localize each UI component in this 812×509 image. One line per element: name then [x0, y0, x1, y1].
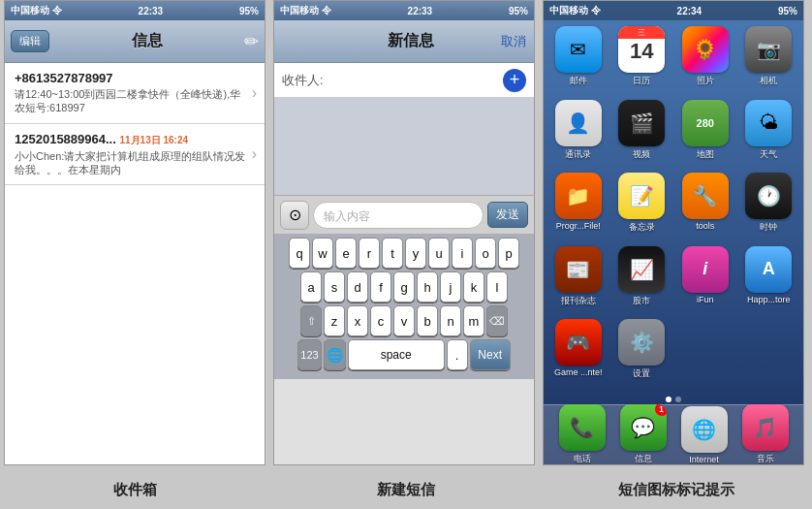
dot-1 [666, 397, 671, 402]
time-2: 22:33 [408, 6, 433, 16]
app-magazines-label: 报刊杂志 [561, 295, 596, 307]
keyboard-row-3: ⇧ z x c v b n m ⌫ [276, 305, 532, 336]
key-numbers[interactable]: 123 [297, 339, 321, 370]
key-y[interactable]: y [405, 238, 426, 269]
key-z[interactable]: z [324, 305, 345, 336]
app-settings[interactable]: ⚙️ 设置 [611, 319, 673, 387]
message-input[interactable]: 输入内容 [313, 202, 484, 229]
app-game[interactable]: 🎮 Game ...nte! [547, 319, 609, 387]
app-contacts[interactable]: 👤 通讯录 [547, 100, 609, 168]
key-q[interactable]: q [289, 238, 310, 269]
camera-button[interactable]: ⊙ [280, 201, 309, 230]
app-videos[interactable]: 🎬 视频 [611, 100, 673, 168]
key-next[interactable]: Next [470, 339, 511, 370]
key-m[interactable]: m [463, 305, 484, 336]
app-empty-1 [674, 319, 736, 387]
app-contacts-label: 通讯录 [565, 148, 591, 161]
keyboard-row-1: q w e r t y u i o p [276, 238, 532, 269]
key-o[interactable]: o [475, 238, 496, 269]
ios-dock: 📞 电话 💬 1 信息 🌐 Internet 🎵 音乐 [544, 404, 803, 464]
dock-phone[interactable]: 📞 电话 [559, 404, 606, 465]
app-magazines[interactable]: 📰 报刊杂志 [547, 246, 609, 314]
app-calendar[interactable]: 三 14 日历 [611, 26, 673, 94]
key-delete[interactable]: ⌫ [486, 305, 508, 336]
key-globe[interactable]: 🌐 [324, 339, 346, 370]
app-ifun[interactable]: i iFun [674, 246, 736, 314]
input-bar: ⊙ 输入内容 发送 [274, 195, 534, 234]
status-bar-1: 中国移动 令 22:33 95% [5, 1, 265, 20]
key-i[interactable]: i [452, 238, 473, 269]
time-3: 22:34 [677, 6, 703, 16]
app-camera[interactable]: 📷 相机 [738, 26, 800, 94]
app-mail[interactable]: ✉ 邮件 [547, 26, 609, 94]
key-b[interactable]: b [417, 305, 438, 336]
app-tools[interactable]: 🔧 tools [674, 173, 736, 240]
captions-row: 收件箱 新建短信 短信图标标记提示 [0, 465, 812, 509]
apps-grid: ✉ 邮件 三 14 日历 🌻 照片 📷 相机 [544, 20, 803, 393]
nav-bar-1: 编辑 信息 ✏ [5, 20, 265, 63]
send-button[interactable]: 发送 [487, 202, 528, 228]
table-row[interactable]: +8613527878997 请12:40~13:00到西园二楼拿快件（全峰快递… [5, 63, 265, 124]
app-photos[interactable]: 🌻 照片 [674, 26, 736, 94]
table-row[interactable]: 1252015889964... 11月13日 16:24 小小Chen:请大家… [5, 124, 265, 186]
chevron-icon-2: › [252, 145, 257, 163]
app-weather[interactable]: 🌤 天气 [738, 100, 800, 168]
keyboard-row-2: a s d f g h j k l [276, 271, 532, 302]
app-stocks-label: 股市 [633, 295, 650, 307]
caption-1: 收件箱 [0, 475, 270, 499]
status-bar-3: 中国移动 令 22:34 95% [544, 1, 803, 20]
input-placeholder: 输入内容 [324, 209, 370, 223]
message-phone-1: +8613527878997 [15, 71, 248, 85]
app-prog-label: Progr...File! [556, 221, 601, 231]
key-a[interactable]: a [300, 271, 322, 302]
message-content-1: +8613527878997 请12:40~13:00到西园二楼拿快件（全峰快递… [15, 71, 248, 115]
key-p[interactable]: p [498, 238, 519, 269]
key-k[interactable]: k [463, 271, 484, 302]
key-s[interactable]: s [324, 271, 345, 302]
edit-button[interactable]: 编辑 [11, 30, 49, 52]
status-bar-2: 中国移动 令 22:33 95% [274, 1, 534, 20]
key-l[interactable]: l [486, 271, 508, 302]
app-appstore[interactable]: A Happ...tore [738, 246, 800, 314]
dock-music[interactable]: 🎵 音乐 [742, 404, 789, 465]
compose-button[interactable]: ✏ [244, 31, 259, 52]
app-calendar-label: 日历 [633, 75, 650, 87]
key-e[interactable]: e [335, 238, 357, 269]
app-notes[interactable]: 📝 备忘录 [611, 173, 673, 240]
app-maps[interactable]: 280 地图 [674, 100, 736, 168]
dock-sms[interactable]: 💬 1 信息 [620, 404, 667, 465]
add-recipient-button[interactable]: + [503, 69, 526, 92]
key-v[interactable]: v [393, 305, 415, 336]
app-settings-label: 设置 [633, 367, 650, 380]
app-stocks[interactable]: 📈 股市 [611, 246, 673, 314]
key-g[interactable]: g [393, 271, 415, 302]
key-d[interactable]: d [347, 271, 368, 302]
key-u[interactable]: u [428, 238, 450, 269]
cal-header: 三 [618, 26, 665, 39]
app-clock[interactable]: 🕐 时钟 [738, 173, 800, 240]
key-t[interactable]: t [382, 238, 403, 269]
key-h[interactable]: h [417, 271, 438, 302]
key-f[interactable]: f [370, 271, 391, 302]
dock-internet-label: Internet [689, 455, 719, 464]
app-videos-label: 视频 [633, 148, 650, 161]
app-prog[interactable]: 📁 Progr...File! [547, 173, 609, 240]
key-c[interactable]: c [370, 305, 391, 336]
key-x[interactable]: x [347, 305, 368, 336]
key-j[interactable]: j [440, 271, 461, 302]
recipient-input[interactable] [328, 73, 503, 87]
dock-internet[interactable]: 🌐 Internet [681, 406, 728, 464]
key-period[interactable]: . [447, 339, 468, 370]
page-dots [544, 393, 803, 404]
inbox-title: 信息 [132, 31, 163, 51]
key-w[interactable]: w [312, 238, 333, 269]
cancel-button[interactable]: 取消 [501, 33, 526, 50]
dock-music-label: 音乐 [757, 453, 774, 465]
key-space[interactable]: space [348, 339, 445, 370]
key-n[interactable]: n [440, 305, 461, 336]
key-shift[interactable]: ⇧ [300, 305, 322, 336]
compose-title: 新信息 [388, 31, 434, 51]
sms-badge: 1 [655, 404, 667, 416]
app-tools-label: tools [696, 221, 714, 231]
key-r[interactable]: r [359, 238, 380, 269]
